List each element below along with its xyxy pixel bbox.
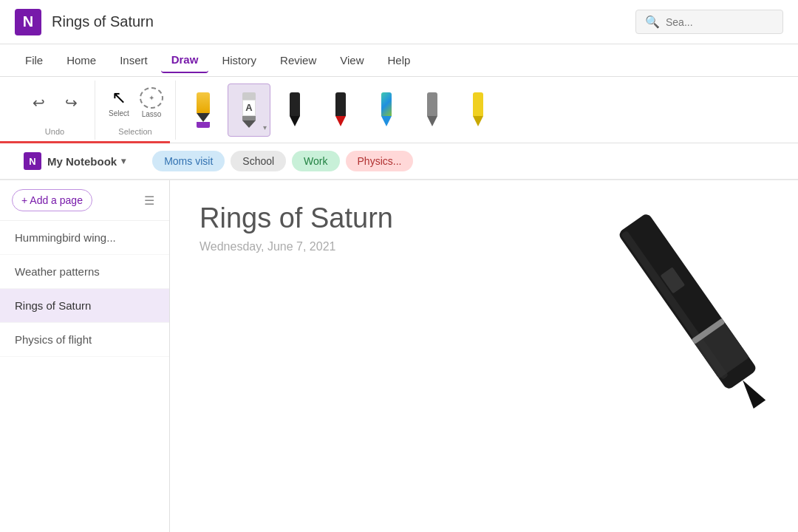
content-area: + Add a page ☰ Hummingbird wing... Weath… [0, 180, 798, 532]
undo-label: Undo [45, 127, 64, 136]
lasso-button[interactable]: ✦ Lasso [137, 84, 166, 121]
svg-rect-0 [617, 212, 757, 391]
notebook-icon-letter: N [29, 156, 35, 167]
app-title: Rings of Saturn [52, 13, 635, 30]
section-tab-school[interactable]: School [231, 151, 286, 171]
note-title: Rings of Saturn [200, 202, 768, 234]
pen-gray-shape [423, 92, 441, 128]
menu-help[interactable]: Help [378, 48, 421, 72]
lasso-label: Lasso [142, 110, 162, 118]
menu-bar: File Home Insert Draw History Review Vie… [0, 44, 798, 77]
selection-label: Selection [118, 127, 151, 136]
selection-group: ↖ Select ✦ Lasso Selection [95, 81, 176, 140]
pen-yellow-highlighter[interactable] [182, 83, 225, 137]
pen-gray[interactable] [411, 83, 454, 137]
menu-history[interactable]: History [211, 48, 267, 72]
page-item-weather[interactable]: Weather patterns [0, 255, 169, 289]
search-input[interactable] [666, 16, 769, 28]
note-date: Wednesday, June 7, 2021 [200, 240, 768, 253]
cursor-icon: ↖ [112, 87, 126, 108]
undo-icon: ↩ [33, 94, 45, 112]
undo-group: ↩ ↪ Undo [15, 81, 95, 140]
section-tab-momsvisit[interactable]: Moms visit [152, 151, 225, 171]
menu-insert[interactable]: Insert [109, 48, 158, 72]
title-bar: N Rings of Saturn 🔍 [0, 0, 798, 44]
redo-icon: ↪ [65, 94, 78, 112]
undo-button[interactable]: ↩ [24, 84, 53, 121]
pen-teal-shape [378, 92, 395, 128]
pen-red-shape [332, 92, 349, 128]
pen-white-selected[interactable]: A ▾ [228, 83, 270, 137]
notebook-name: My Notebook [47, 155, 117, 168]
select-button[interactable]: ↖ Select [104, 84, 134, 121]
pen-white-shape: A [240, 92, 258, 128]
pen-dropdown-icon: ▾ [263, 123, 267, 132]
menu-file[interactable]: File [15, 48, 53, 72]
svg-rect-5 [661, 267, 686, 293]
menu-draw[interactable]: Draw [161, 47, 209, 73]
search-icon: 🔍 [645, 15, 660, 29]
sort-button[interactable]: ☰ [141, 191, 157, 211]
page-item-rings[interactable]: Rings of Saturn [0, 289, 169, 323]
lasso-icon: ✦ [140, 87, 163, 109]
pen-teal[interactable] [365, 83, 408, 137]
pen-black[interactable] [273, 83, 316, 137]
search-box[interactable]: 🔍 [635, 10, 783, 34]
svg-rect-1 [694, 321, 749, 379]
notebook-icon: N [24, 152, 41, 170]
note-area[interactable]: Rings of Saturn Wednesday, June 7, 2021 [170, 180, 798, 532]
pen-yellow2[interactable] [457, 83, 499, 137]
page-item-hummingbird[interactable]: Hummingbird wing... [0, 221, 169, 255]
svg-marker-2 [737, 376, 765, 409]
pen-tools: A ▾ [176, 81, 783, 140]
logo-letter: N [23, 13, 33, 30]
onenote-logo: N [15, 9, 41, 35]
pen-yellow2-shape [469, 92, 487, 128]
page-list: Hummingbird wing... Weather patterns Rin… [0, 221, 169, 532]
add-page-button[interactable]: + Add a page [12, 189, 92, 211]
notebook-chevron-icon: ▾ [121, 156, 126, 166]
page-item-physics[interactable]: Physics of flight [0, 323, 169, 357]
menu-home[interactable]: Home [56, 48, 106, 72]
sidebar: + Add a page ☰ Hummingbird wing... Weath… [0, 180, 170, 532]
notebook-selector[interactable]: N My Notebook ▾ [15, 148, 134, 174]
sidebar-header: + Add a page ☰ [0, 180, 169, 221]
section-tab-physics[interactable]: Physics... [346, 151, 414, 171]
select-label: Select [109, 109, 129, 117]
toolbar: ↩ ↪ Undo ↖ Select ✦ Lasso Selection [0, 77, 798, 143]
redo-button[interactable]: ↪ [56, 84, 86, 121]
svg-rect-4 [692, 318, 726, 344]
menu-view[interactable]: View [330, 48, 374, 72]
pen-yellow-shape [194, 92, 212, 128]
section-tab-work[interactable]: Work [292, 151, 339, 171]
pen-black-shape [286, 92, 304, 128]
pen-red[interactable] [319, 83, 362, 137]
menu-review[interactable]: Review [270, 48, 327, 72]
notebook-bar: N My Notebook ▾ Moms visit School Work P… [0, 143, 798, 180]
